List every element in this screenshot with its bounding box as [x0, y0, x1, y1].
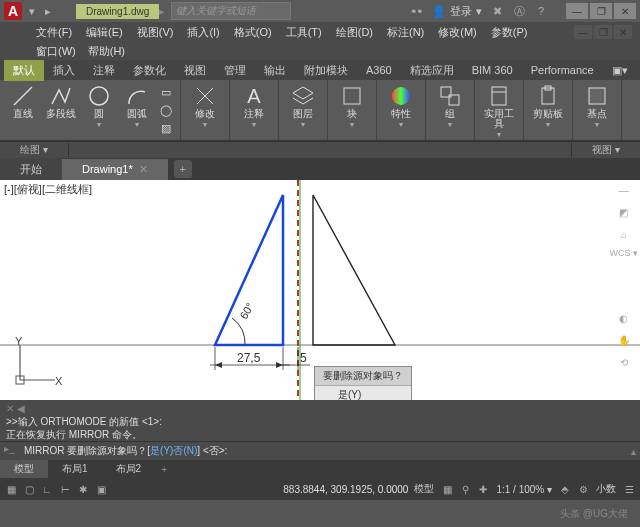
panel-label-draw[interactable]: 绘图 ▾: [0, 143, 69, 157]
ribbon-tab-output[interactable]: 输出: [255, 60, 295, 81]
basepoint-button[interactable]: 基点▾: [578, 82, 616, 131]
tab-start[interactable]: 开始: [0, 158, 62, 181]
clipboard-button[interactable]: 剪贴板▾: [529, 82, 567, 131]
exchange-icon[interactable]: ✖: [490, 4, 504, 18]
drawing-canvas[interactable]: [-][俯视][二维线框] 60° 27,5 5 Y X — ◩ ⌂ WCS: [0, 180, 640, 400]
ribbon-tab-more-icon[interactable]: ▣▾: [603, 61, 637, 80]
close-button[interactable]: ✕: [614, 3, 636, 19]
menu-insert[interactable]: 插入(I): [181, 23, 225, 42]
sb-gear-icon[interactable]: ✚: [476, 482, 490, 496]
modify-button[interactable]: 修改▾: [186, 82, 224, 131]
ellipse-icon[interactable]: ◯: [158, 102, 174, 118]
sb-scale-icon[interactable]: ▦: [440, 482, 454, 496]
menu-tools[interactable]: 工具(T): [280, 23, 328, 42]
ribbon-tab-featured[interactable]: 精选应用: [401, 60, 463, 81]
block-button[interactable]: 块▾: [333, 82, 371, 131]
sb-grid-icon[interactable]: ▢: [22, 482, 36, 496]
ribbon-tab-bim360[interactable]: BIM 360: [463, 61, 522, 79]
command-history[interactable]: ✕ ◀ >>输入 ORTHOMODE 的新值 <1>: 正在恢复执行 MIRRO…: [0, 400, 640, 441]
ribbon-tab-performance[interactable]: Performance: [522, 61, 603, 79]
cmd-opt-no[interactable]: 否(N): [173, 444, 197, 458]
menu-file[interactable]: 文件(F): [30, 23, 78, 42]
line-button[interactable]: 直线: [4, 82, 42, 121]
sb-polar-icon[interactable]: ✱: [76, 482, 90, 496]
doc-restore-button[interactable]: ❐: [594, 25, 612, 39]
ribbon-tab-manage[interactable]: 管理: [215, 60, 255, 81]
ribbon-tab-view[interactable]: 视图: [175, 60, 215, 81]
doc-minimize-button[interactable]: —: [574, 25, 592, 39]
svg-marker-22: [276, 362, 283, 368]
chevron-icon[interactable]: ✕ ◀: [6, 403, 25, 414]
binoculars-icon[interactable]: 👓: [410, 4, 424, 18]
layout-tab-2[interactable]: 布局2: [102, 460, 156, 478]
menu-modify[interactable]: 修改(M): [432, 23, 483, 42]
cmd-hist-line2: 正在恢复执行 MIRROR 命令。: [6, 429, 142, 440]
layout-tab-model[interactable]: 模型: [0, 460, 48, 478]
nav-home-icon[interactable]: ⌂: [616, 226, 632, 242]
viewcube-icon[interactable]: ◩: [616, 204, 632, 220]
maximize-button[interactable]: ❐: [590, 3, 612, 19]
panel-label-view[interactable]: 视图 ▾: [571, 143, 640, 157]
nav-minimize-icon[interactable]: —: [616, 182, 632, 198]
menu-param[interactable]: 参数(P): [485, 23, 534, 42]
menu-edit[interactable]: 编辑(E): [80, 23, 129, 42]
sb-iso-icon[interactable]: ⬘: [558, 482, 572, 496]
sb-snap-icon[interactable]: ∟: [40, 482, 54, 496]
annotate-button[interactable]: A注释▾: [235, 82, 273, 131]
nav-pan-icon[interactable]: ✋: [616, 332, 632, 348]
utilities-button[interactable]: 实用工具▾: [480, 82, 518, 141]
nav-wheel-icon[interactable]: ◐: [616, 310, 632, 326]
menu-format[interactable]: 格式(O): [228, 23, 278, 42]
sb-anno-icon[interactable]: ⚲: [458, 482, 472, 496]
menu-view[interactable]: 视图(V): [131, 23, 180, 42]
hatch-icon[interactable]: ▨: [158, 120, 174, 136]
app-icon[interactable]: A: [4, 2, 22, 20]
circle-button[interactable]: 圆▾: [80, 82, 118, 131]
popup-option-yes[interactable]: 是(Y): [315, 386, 411, 400]
search-input[interactable]: 键入关键字或短语: [171, 2, 291, 20]
tab-drawing1[interactable]: Drawing1*✕: [62, 159, 168, 180]
qat-chevron-icon[interactable]: ▸: [41, 4, 55, 18]
svg-marker-21: [215, 362, 222, 368]
sb-ortho-icon[interactable]: ⊢: [58, 482, 72, 496]
menu-draw[interactable]: 绘图(D): [330, 23, 379, 42]
ribbon-tab-parametric[interactable]: 参数化: [124, 60, 175, 81]
sb-model-label[interactable]: 模型: [412, 482, 436, 496]
properties-button[interactable]: 特性▾: [382, 82, 420, 131]
sb-customize-icon[interactable]: ☰: [622, 482, 636, 496]
svg-rect-8: [492, 87, 506, 105]
arc-button[interactable]: 圆弧▾: [118, 82, 156, 131]
layout-tab-1[interactable]: 布局1: [48, 460, 102, 478]
cmd-expand-icon[interactable]: ▴: [631, 446, 636, 457]
command-input[interactable]: ▸_ MIRROR 要删除源对象吗？[是(Y) 否(N)] <否>: ▴: [0, 441, 640, 460]
help-icon[interactable]: ?: [534, 4, 548, 18]
tab-close-icon[interactable]: ✕: [139, 163, 148, 175]
wcs-label[interactable]: WCS ▾: [610, 248, 639, 258]
ribbon-tab-annotate[interactable]: 注释: [84, 60, 124, 81]
menu-help[interactable]: 帮助(H): [82, 42, 131, 61]
group-button[interactable]: 组▾: [431, 82, 469, 131]
sb-model-icon[interactable]: ▦: [4, 482, 18, 496]
polyline-button[interactable]: 多段线: [42, 82, 80, 121]
rectangle-icon[interactable]: ▭: [158, 84, 174, 100]
ribbon-tab-addons[interactable]: 附加模块: [295, 60, 357, 81]
menu-window[interactable]: 窗口(W): [30, 42, 82, 61]
nav-orbit-icon[interactable]: ⟲: [616, 354, 632, 370]
tab-add-button[interactable]: +: [174, 160, 192, 178]
ribbon-tab-insert[interactable]: 插入: [44, 60, 84, 81]
menu-dimension[interactable]: 标注(N): [381, 23, 430, 42]
layout-tab-add[interactable]: +: [155, 462, 173, 477]
sb-decimal[interactable]: 小数: [594, 482, 618, 496]
sb-zoom[interactable]: 1:1 / 100% ▾: [494, 484, 554, 495]
ribbon-tab-default[interactable]: 默认: [4, 60, 44, 81]
login-button[interactable]: 👤 登录 ▾: [432, 4, 482, 19]
doc-close-button[interactable]: ✕: [614, 25, 632, 39]
sb-units-icon[interactable]: ⚙: [576, 482, 590, 496]
sb-osnap-icon[interactable]: ▣: [94, 482, 108, 496]
ribbon-tab-a360[interactable]: A360: [357, 61, 401, 79]
app-menu-dropdown-icon[interactable]: ▾: [25, 4, 39, 18]
minimize-button[interactable]: —: [566, 3, 588, 19]
layers-button[interactable]: 图层▾: [284, 82, 322, 131]
cmd-opt-yes[interactable]: 是(Y): [150, 444, 173, 458]
a-icon[interactable]: Ⓐ: [512, 4, 526, 18]
